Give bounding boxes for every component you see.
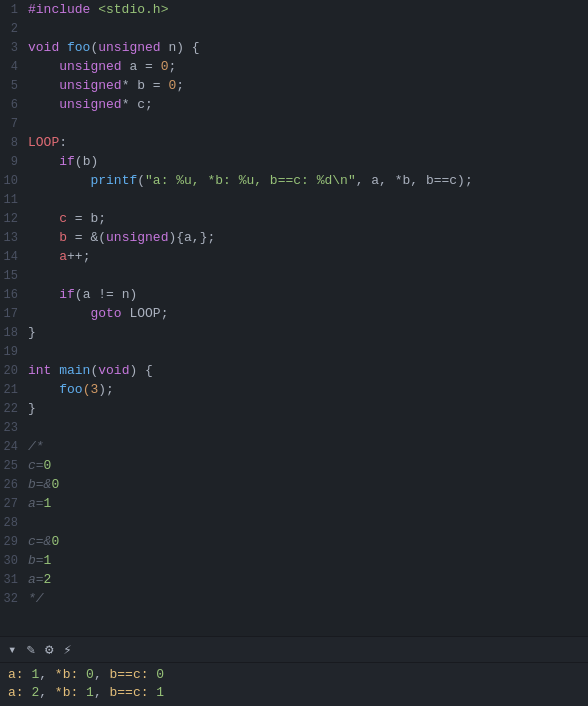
token: ); xyxy=(98,382,114,397)
token: if xyxy=(59,287,75,302)
code-line: 24/* xyxy=(0,437,588,456)
token xyxy=(28,173,90,188)
token xyxy=(28,230,59,245)
line-content xyxy=(28,342,588,361)
line-content: */ xyxy=(28,589,588,608)
line-content: if(a != n) xyxy=(28,285,588,304)
line-number: 19 xyxy=(0,343,28,362)
run-icon[interactable]: ⚡ xyxy=(63,641,71,658)
chevron-down-icon[interactable]: ▾ xyxy=(8,641,16,658)
line-content: goto LOOP; xyxy=(28,304,588,323)
line-content: c=&0 xyxy=(28,532,588,551)
line-content: /* xyxy=(28,437,588,456)
line-number: 14 xyxy=(0,248,28,267)
code-line: 15 xyxy=(0,266,588,285)
code-line: 31a=2 xyxy=(0,570,588,589)
token xyxy=(28,306,90,321)
line-number: 32 xyxy=(0,590,28,609)
line-content xyxy=(28,114,588,133)
output-panel: a: 1, *b: 0, b==c: 0a: 2, *b: 1, b==c: 1 xyxy=(0,662,588,706)
line-number: 23 xyxy=(0,419,28,438)
token xyxy=(28,249,59,264)
line-content xyxy=(28,266,588,285)
token: ( xyxy=(137,173,145,188)
line-number: 21 xyxy=(0,381,28,400)
token xyxy=(28,78,59,93)
token: <stdio.h> xyxy=(98,2,168,17)
token: c=& xyxy=(28,534,51,549)
code-line: 26b=&0 xyxy=(0,475,588,494)
token: c xyxy=(59,211,67,226)
token: ++; xyxy=(67,249,90,264)
token: unsigned xyxy=(106,230,168,245)
token: LOOP; xyxy=(122,306,169,321)
line-content: a=1 xyxy=(28,494,588,513)
token: b= xyxy=(28,553,44,568)
line-content: unsigned* c; xyxy=(28,95,588,114)
line-number: 6 xyxy=(0,96,28,115)
token: 1 xyxy=(44,496,52,511)
line-number: 9 xyxy=(0,153,28,172)
line-number: 3 xyxy=(0,39,28,58)
line-number: 13 xyxy=(0,229,28,248)
token: * b = xyxy=(122,78,169,93)
token: main xyxy=(59,363,90,378)
token xyxy=(28,287,59,302)
line-number: 30 xyxy=(0,552,28,571)
code-line: 29c=&0 xyxy=(0,532,588,551)
token xyxy=(28,211,59,226)
code-line: 16 if(a != n) xyxy=(0,285,588,304)
line-number: 18 xyxy=(0,324,28,343)
token: } xyxy=(28,325,36,340)
code-line: 32*/ xyxy=(0,589,588,608)
line-number: 8 xyxy=(0,134,28,153)
line-content: LOOP: xyxy=(28,133,588,152)
code-line: 30b=1 xyxy=(0,551,588,570)
line-content: int main(void) { xyxy=(28,361,588,380)
token: */ xyxy=(28,591,44,606)
line-content: printf("a: %u, *b: %u, b==c: %d\n", a, *… xyxy=(28,171,588,190)
code-line: 2 xyxy=(0,19,588,38)
token xyxy=(28,154,59,169)
code-line: 14 a++; xyxy=(0,247,588,266)
token: 1 xyxy=(44,553,52,568)
token: LOOP xyxy=(28,135,59,150)
token: } xyxy=(28,401,36,416)
code-line: 25c=0 xyxy=(0,456,588,475)
line-number: 4 xyxy=(0,58,28,77)
code-line: 6 unsigned* c; xyxy=(0,95,588,114)
token xyxy=(28,382,59,397)
edit-icon[interactable]: ✎ xyxy=(26,641,34,658)
token: = b; xyxy=(67,211,106,226)
token: goto xyxy=(90,306,121,321)
gear-icon[interactable]: ⚙ xyxy=(45,641,53,658)
line-number: 2 xyxy=(0,20,28,39)
token: * c; xyxy=(122,97,153,112)
code-line: 5 unsigned* b = 0; xyxy=(0,76,588,95)
token: unsigned xyxy=(59,78,121,93)
line-content: if(b) xyxy=(28,152,588,171)
token: 0 xyxy=(51,534,59,549)
line-content: } xyxy=(28,399,588,418)
code-line: 21 foo(3); xyxy=(0,380,588,399)
token: a= xyxy=(28,496,44,511)
line-content xyxy=(28,513,588,532)
token: (a != n) xyxy=(75,287,137,302)
code-line: 4 unsigned a = 0; xyxy=(0,57,588,76)
line-content: b = &(unsigned){a,}; xyxy=(28,228,588,247)
token: void xyxy=(28,40,67,55)
line-number: 22 xyxy=(0,400,28,419)
token: a= xyxy=(28,572,44,587)
token: ){a,}; xyxy=(168,230,215,245)
line-content: b=&0 xyxy=(28,475,588,494)
line-content: unsigned* b = 0; xyxy=(28,76,588,95)
token: unsigned xyxy=(59,59,121,74)
token: /* xyxy=(28,439,44,454)
code-line: 20int main(void) { xyxy=(0,361,588,380)
code-line: 17 goto LOOP; xyxy=(0,304,588,323)
line-number: 31 xyxy=(0,571,28,590)
code-editor: 1#include <stdio.h>2 3void foo(unsigned … xyxy=(0,0,588,636)
line-number: 27 xyxy=(0,495,28,514)
token: n) { xyxy=(161,40,200,55)
token: foo xyxy=(59,382,82,397)
